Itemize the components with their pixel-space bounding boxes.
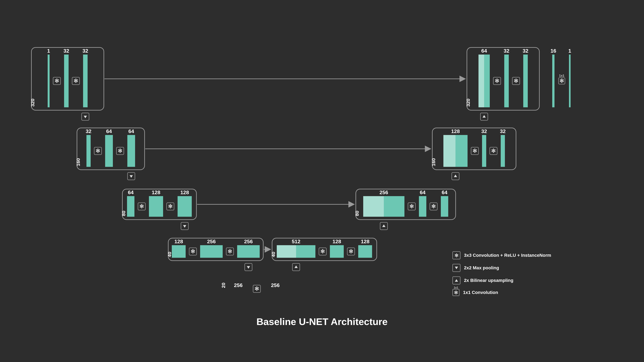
block-enc2: 64✻128✻12880 [121, 189, 196, 220]
pool-icon [181, 222, 188, 230]
svg-rect-1 [48, 54, 50, 107]
svg-text:✻: ✻ [74, 78, 78, 84]
svg-rect-41 [330, 245, 344, 258]
pool-icon [82, 113, 89, 120]
svg-text:✻: ✻ [190, 248, 195, 254]
up-icon [380, 222, 388, 230]
channel-label: 1 [568, 48, 571, 54]
channel-label: 128 [180, 190, 189, 195]
svg-rect-53 [441, 196, 448, 217]
channel-label: 256 [271, 282, 280, 288]
svg-rect-25 [172, 245, 186, 258]
conv-icon: ✻ [493, 77, 501, 85]
svg-text:✻: ✻ [140, 203, 144, 209]
svg-rect-23 [178, 196, 192, 217]
conv-icon: ✻ [53, 77, 60, 85]
channel-label: 32 [500, 128, 506, 134]
channel-label: 1 [47, 48, 50, 54]
conv-icon: ✻ [189, 248, 196, 255]
legend-upsample: 2x Bilinear upsampling [452, 276, 551, 285]
channel-label: 64 [420, 190, 426, 195]
svg-rect-28 [200, 245, 223, 258]
conv-icon: ✻ [226, 248, 234, 255]
svg-text:✻: ✻ [96, 148, 100, 154]
conv-icon: ✻ [138, 203, 146, 210]
triangle-up-icon [452, 276, 460, 285]
svg-rect-50 [419, 196, 426, 217]
svg-rect-63 [467, 47, 539, 110]
svg-text:✻: ✻ [118, 148, 122, 154]
svg-text:✻: ✻ [495, 78, 499, 84]
spatial-label: 80 [354, 211, 360, 216]
svg-rect-56 [456, 135, 468, 167]
channel-label: 128 [332, 239, 341, 244]
svg-text:1x1: 1x1 [559, 74, 564, 77]
svg-text:✻: ✻ [431, 203, 436, 209]
conv-icon: ✻ [512, 77, 520, 85]
conv-icon: ✻ [94, 147, 102, 155]
svg-text:✻: ✻ [410, 203, 414, 209]
conv-icon: ✻ [408, 203, 416, 210]
svg-rect-15 [127, 135, 135, 167]
svg-rect-31 [237, 245, 260, 258]
spatial-label: 320 [466, 99, 471, 107]
svg-rect-9 [86, 135, 91, 167]
pool-icon [245, 263, 252, 271]
channel-label: 256 [234, 282, 242, 288]
conv-icon: ✻ [347, 248, 355, 255]
channel-label: 32 [522, 48, 528, 54]
block-dec1: 128✻32✻32160 [431, 128, 516, 170]
svg-rect-44 [358, 245, 372, 258]
conv-icon: ✻ [471, 147, 478, 155]
svg-rect-64 [478, 54, 484, 107]
spatial-label: 160 [76, 158, 81, 166]
svg-rect-46 [363, 196, 384, 217]
channel-label: 128 [174, 239, 183, 244]
channel-label: 128 [152, 190, 160, 195]
svg-text:✻: ✻ [254, 286, 259, 292]
channel-label: 128 [451, 128, 460, 134]
channel-label: 64 [128, 190, 134, 195]
svg-rect-38 [296, 245, 316, 258]
conv-icon: ✻ [72, 77, 80, 85]
svg-rect-62 [501, 135, 505, 167]
channel-label: 32 [504, 48, 510, 54]
svg-rect-37 [277, 245, 296, 258]
block-enc0: 1✻32✻32320 [30, 47, 104, 110]
svg-rect-59 [482, 135, 486, 167]
conv-icon: ✻ [253, 285, 260, 293]
channel-label: 32 [64, 48, 69, 54]
up-icon [480, 113, 488, 120]
svg-text:✻: ✻ [349, 248, 353, 254]
svg-text:✻: ✻ [491, 148, 496, 154]
svg-text:✻: ✻ [514, 78, 518, 84]
spatial-label: 320 [30, 99, 35, 107]
conv1x1-icon: ✻1x1 [558, 74, 565, 84]
channel-label: 32 [481, 128, 487, 134]
asterisk-1x1-icon: 1x1✻ [452, 289, 460, 296]
channel-label: 32 [86, 128, 92, 134]
block-out: 16✻1x11 [550, 48, 571, 107]
svg-rect-12 [105, 135, 113, 167]
channel-label: 64 [128, 128, 134, 134]
triangle-down-icon [452, 264, 460, 272]
up-icon [292, 263, 300, 271]
up-icon [452, 172, 459, 180]
legend-pool: 2x2 Max pooling [452, 264, 551, 272]
channel-label: 256 [380, 190, 388, 195]
svg-rect-20 [149, 196, 163, 217]
svg-text:✻: ✻ [54, 78, 59, 84]
spatial-label: 40 [167, 252, 172, 257]
block-dec2: 256✻64✻6480 [354, 189, 456, 220]
svg-rect-55 [444, 135, 456, 167]
conv-icon: ✻ [167, 203, 174, 210]
asterisk-icon: ✻ [452, 251, 460, 259]
channel-label: 64 [481, 48, 487, 54]
svg-text:✻: ✻ [560, 78, 564, 84]
conv-icon: ✻ [490, 147, 497, 155]
svg-rect-68 [504, 54, 509, 107]
block-bottom: 256✻25620 [221, 282, 280, 293]
svg-text:✻: ✻ [168, 203, 172, 209]
svg-rect-47 [384, 196, 404, 217]
channel-label: 512 [292, 239, 300, 244]
